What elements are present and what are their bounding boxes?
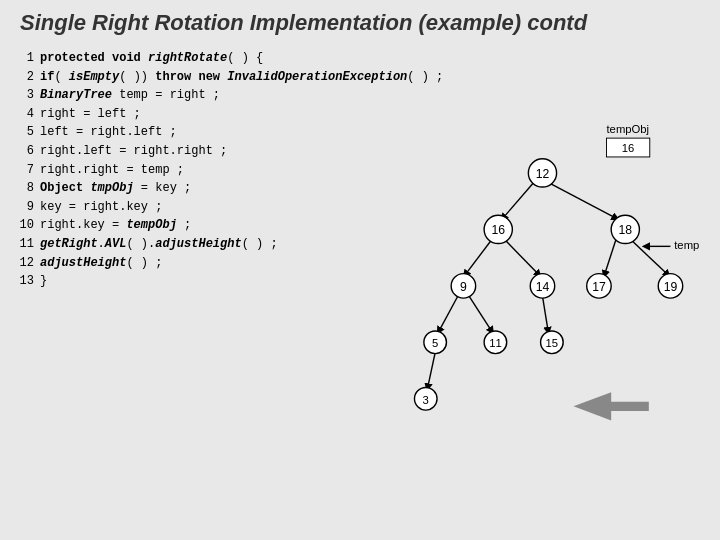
node-17-label: 17 <box>592 280 606 294</box>
code-line-11: 11 getRight.AVL( ).adjustHeight( ) ; <box>10 235 390 254</box>
line-number: 5 <box>10 123 34 142</box>
edge-16-14 <box>505 240 539 275</box>
node-15-label: 15 <box>546 337 559 349</box>
edge-18-19 <box>631 240 668 275</box>
line-text: key = right.key ; <box>40 198 162 217</box>
edge-9-5 <box>439 296 458 331</box>
node-11-label: 11 <box>489 337 502 349</box>
code-line-4: 4 right = left ; <box>10 105 390 124</box>
edge-16-9 <box>465 240 491 275</box>
line-text: adjustHeight( ) ; <box>40 254 162 273</box>
code-line-7: 7 right.right = temp ; <box>10 161 390 180</box>
edge-12-18 <box>550 183 616 218</box>
node-12-label: 12 <box>536 167 550 181</box>
line-number: 7 <box>10 161 34 180</box>
node-9-label: 9 <box>460 280 467 294</box>
code-line-9: 9 key = right.key ; <box>10 198 390 217</box>
line-number: 11 <box>10 235 34 254</box>
node-5-label: 5 <box>432 337 438 349</box>
line-text: right.left = right.right ; <box>40 142 227 161</box>
line-text: right.key = tempObj ; <box>40 216 191 235</box>
line-text: right.right = temp ; <box>40 161 184 180</box>
line-number: 12 <box>10 254 34 273</box>
line-number: 8 <box>10 179 34 198</box>
line-number: 4 <box>10 105 34 124</box>
code-line-5: 5 left = right.left ; <box>10 123 390 142</box>
node-14-label: 14 <box>536 280 550 294</box>
edge-12-16 <box>503 183 533 218</box>
code-line-6: 6 right.left = right.right ; <box>10 142 390 161</box>
line-number: 3 <box>10 86 34 105</box>
node-3-label: 3 <box>423 394 429 406</box>
tempobj-label: tempObj <box>606 123 649 135</box>
edge-14-15 <box>542 296 548 331</box>
diagram-area: tempObj 16 temp <box>390 44 710 524</box>
line-number: 1 <box>10 49 34 68</box>
code-line-10: 10 right.key = tempObj ; <box>10 216 390 235</box>
line-number: 9 <box>10 198 34 217</box>
line-text: left = right.left ; <box>40 123 177 142</box>
node-16a-label: 16 <box>491 223 505 237</box>
line-text: } <box>40 272 47 291</box>
line-text: BinaryTree temp = right ; <box>40 86 220 105</box>
tree-diagram: tempObj 16 temp <box>390 44 710 524</box>
code-line-13: 13} <box>10 272 390 291</box>
adjust-height-arrow <box>574 392 649 420</box>
line-text: right = left ; <box>40 105 141 124</box>
code-line-3: 3 BinaryTree temp = right ; <box>10 86 390 105</box>
edge-9-11 <box>469 296 492 331</box>
code-block: 1protected void rightRotate( ) {2 if( is… <box>10 44 390 524</box>
edge-18-17 <box>605 240 616 275</box>
node-19-label: 19 <box>664 280 678 294</box>
slide-title: Single Right Rotation Implementation (ex… <box>10 10 710 36</box>
code-line-12: 12 adjustHeight( ) ; <box>10 254 390 273</box>
line-text: getRight.AVL( ).adjustHeight( ) ; <box>40 235 278 254</box>
code-line-2: 2 if( isEmpty( )) throw new InvalidOpera… <box>10 68 390 87</box>
code-line-8: 8 Object tmpObj = key ; <box>10 179 390 198</box>
slide: Single Right Rotation Implementation (ex… <box>0 0 720 540</box>
edge-5-3 <box>428 353 436 388</box>
node-18-label: 18 <box>618 223 632 237</box>
line-number: 13 <box>10 272 34 291</box>
line-number: 6 <box>10 142 34 161</box>
code-line-1: 1protected void rightRotate( ) { <box>10 49 390 68</box>
line-text: protected void rightRotate( ) { <box>40 49 263 68</box>
tempobj-value: 16 <box>622 142 635 154</box>
line-number: 2 <box>10 68 34 87</box>
temp-label: temp <box>674 239 699 251</box>
line-text: if( isEmpty( )) throw new InvalidOperati… <box>40 68 443 87</box>
content-area: 1protected void rightRotate( ) {2 if( is… <box>10 44 710 524</box>
line-number: 10 <box>10 216 34 235</box>
line-text: Object tmpObj = key ; <box>40 179 191 198</box>
